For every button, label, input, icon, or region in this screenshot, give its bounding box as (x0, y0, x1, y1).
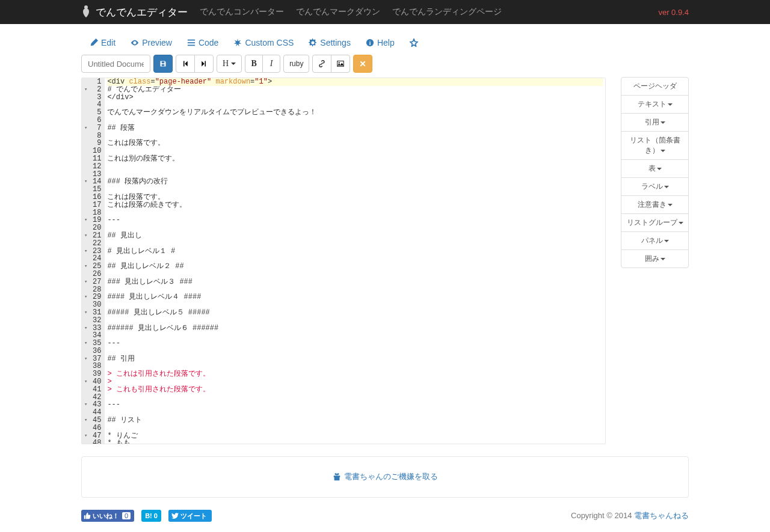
tab-code[interactable]: Code (187, 38, 218, 47)
image-icon (337, 60, 344, 67)
code-line[interactable] (107, 117, 603, 124)
code-line[interactable]: これは段落です。 (107, 139, 603, 147)
brand[interactable]: でんでんエディター (81, 5, 188, 19)
code-line[interactable]: ###### 見出しレベル６ ###### (107, 325, 603, 332)
editor-gutter: 1234567891011121314151617181920212223242… (82, 78, 105, 444)
code-line[interactable]: これは段落の続きです。 (107, 201, 603, 209)
list-icon (187, 38, 196, 47)
code-line[interactable] (107, 301, 603, 309)
code-line[interactable] (107, 224, 603, 232)
code-line[interactable]: ##### 見出しレベル５ ##### (107, 309, 603, 317)
code-line[interactable]: ## 見出しレベル２ ## (107, 263, 603, 271)
snippet-item[interactable]: テキスト (621, 95, 689, 114)
prev-button[interactable] (176, 55, 195, 73)
brand-text: でんでんエディター (96, 5, 188, 19)
code-line[interactable] (107, 209, 603, 217)
link-button[interactable] (312, 55, 331, 73)
link-icon (318, 60, 325, 67)
tab-help[interactable]: i Help (366, 38, 395, 47)
code-line[interactable] (107, 186, 603, 194)
code-editor[interactable]: 1234567891011121314151617181920212223242… (81, 78, 606, 444)
code-line[interactable]: これは段落です。 (107, 194, 603, 201)
snippet-item[interactable]: パネル (621, 231, 689, 250)
ruby-button[interactable]: ruby (283, 55, 309, 73)
tab-settings[interactable]: Settings (309, 38, 351, 47)
tab-preview[interactable]: Preview (131, 38, 172, 47)
snippet-item[interactable]: リスト（箇条書き） (621, 131, 689, 160)
code-line[interactable]: <div class="page-header" markdown="1"> (107, 78, 603, 86)
close-icon (359, 60, 366, 67)
code-line[interactable] (107, 171, 603, 179)
document-title-input[interactable] (81, 55, 150, 73)
clear-button[interactable] (353, 55, 372, 73)
snippet-item[interactable]: ラベル (621, 177, 689, 196)
snippet-item[interactable]: 注意書き (621, 195, 689, 214)
nav-link-converter[interactable]: でんでんコンバーター (200, 7, 284, 17)
code-line[interactable]: > (107, 378, 603, 386)
code-line[interactable]: * もも (107, 439, 603, 444)
code-line[interactable] (107, 147, 603, 155)
snippet-item[interactable]: 囲み (621, 249, 689, 268)
code-line[interactable]: # 見出しレベル１ # (107, 248, 603, 255)
snippet-item[interactable]: 表 (621, 159, 689, 178)
code-line[interactable]: ### 見出しレベル３ ### (107, 278, 603, 286)
tab-custom-css[interactable]: Custom CSS (233, 38, 294, 47)
step-backward-icon (182, 60, 189, 67)
code-line[interactable]: </div> (107, 94, 603, 102)
code-line[interactable]: ### 段落内の改行 (107, 178, 603, 186)
snippet-item[interactable]: 引用 (621, 113, 689, 132)
tab-favorite[interactable] (410, 38, 418, 47)
code-line[interactable]: ## 見出し (107, 232, 603, 240)
bold-button[interactable]: B (245, 55, 263, 73)
donate-link[interactable]: 電書ちゃんのご機嫌を取る (333, 471, 438, 482)
code-line[interactable] (107, 332, 603, 340)
code-line[interactable]: * りんご (107, 432, 603, 440)
code-line[interactable]: --- (107, 340, 603, 347)
code-line[interactable]: これは別の段落です。 (107, 155, 603, 163)
code-line[interactable]: ## リスト (107, 417, 603, 424)
code-line[interactable] (107, 271, 603, 278)
image-button[interactable] (331, 55, 350, 73)
code-line[interactable] (107, 317, 603, 325)
code-line[interactable] (107, 409, 603, 417)
editor-content[interactable]: <div class="page-header" markdown="1"># … (105, 78, 605, 444)
code-line[interactable]: --- (107, 401, 603, 409)
tab-edit[interactable]: Edit (90, 38, 116, 47)
code-line[interactable] (107, 163, 603, 171)
code-line[interactable]: #### 見出しレベル４ #### (107, 293, 603, 301)
code-line[interactable] (107, 394, 603, 402)
next-button[interactable] (194, 55, 214, 73)
snippet-item[interactable]: ページヘッダ (621, 77, 689, 96)
italic-button[interactable]: I (262, 55, 280, 73)
thumbs-up-icon (84, 512, 91, 519)
code-line[interactable]: ## 段落 (107, 124, 603, 132)
floppy-icon (159, 60, 167, 67)
nav-link-markdown[interactable]: でんでんマークダウン (296, 7, 380, 17)
copyright-link[interactable]: 電書ちゃんねる (634, 511, 689, 520)
code-line[interactable]: --- (107, 216, 603, 224)
hatena-button[interactable]: B! 0 (141, 510, 161, 522)
svg-point-3 (339, 62, 340, 63)
eye-icon (131, 38, 139, 47)
snippet-item[interactable]: リストグループ (621, 213, 689, 232)
navbar: でんでんエディター でんでんコンバーター でんでんマークダウン でんでんランディ… (0, 0, 770, 24)
code-line[interactable]: > これも引用された段落です。 (107, 386, 603, 394)
heading-button[interactable]: H (217, 55, 242, 73)
code-line[interactable] (107, 132, 603, 140)
code-line[interactable] (107, 424, 603, 432)
donate-panel: 電書ちゃんのご機嫌を取る (81, 456, 689, 498)
nav-link-landing[interactable]: でんでんランディングページ (392, 7, 502, 17)
footer: いいね！ 0 B! 0 ツイート Copyright © 2014 電書ちゃんね… (81, 510, 689, 522)
code-line[interactable] (107, 347, 603, 355)
code-line[interactable]: ## 引用 (107, 355, 603, 363)
save-button[interactable] (153, 55, 173, 73)
code-line[interactable] (107, 240, 603, 248)
step-forward-icon (200, 60, 208, 67)
code-line[interactable]: > これは引用された段落です。 (107, 370, 603, 378)
code-line[interactable]: でんでんマークダウンをリアルタイムでプレビューできるよっ！ (107, 109, 603, 117)
gift-icon (333, 472, 341, 481)
copyright: Copyright © 2014 電書ちゃんねる (571, 510, 689, 521)
code-line[interactable]: # でんでんエディター (107, 86, 603, 94)
twitter-button[interactable]: ツイート (168, 510, 212, 522)
facebook-like-button[interactable]: いいね！ 0 (81, 510, 134, 522)
